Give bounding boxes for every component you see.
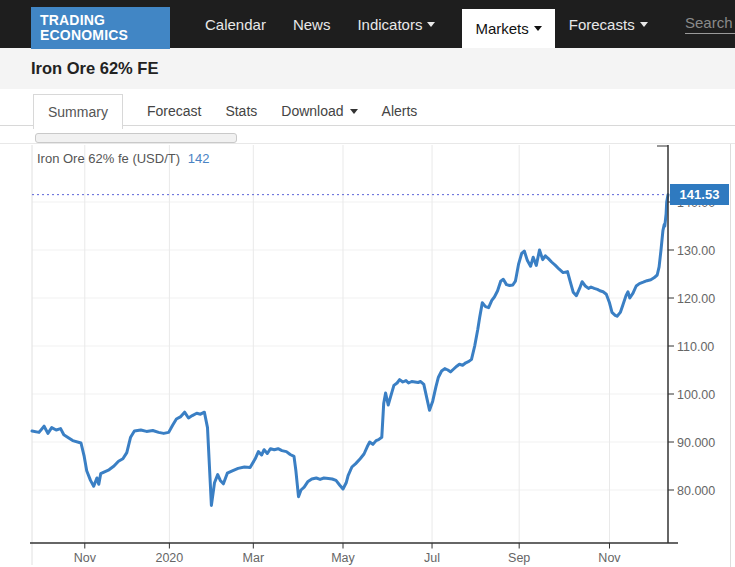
chart-legend-value: 142 — [188, 151, 210, 166]
y-tick-label: 90.000 — [677, 436, 715, 450]
nav-item-news[interactable]: News — [293, 0, 331, 48]
tab-label: Summary — [48, 104, 108, 120]
x-tick-label: 2020 — [155, 551, 183, 565]
logo-line-1: TRADING — [40, 13, 170, 28]
x-tick-label: Nov — [74, 551, 97, 565]
tab-alerts[interactable]: Alerts — [382, 89, 418, 129]
page-title: Iron Ore 62% FE — [31, 59, 158, 78]
tab-label: Forecast — [147, 103, 201, 119]
chevron-down-icon — [427, 22, 435, 27]
y-tick-label: 110.00 — [677, 340, 714, 354]
tab-label: Download — [281, 103, 343, 119]
tab-download[interactable]: Download — [281, 89, 357, 129]
x-tick-label: Jul — [424, 551, 440, 565]
x-tick-label: Mar — [243, 551, 265, 565]
chevron-down-icon — [534, 26, 542, 31]
chart-range-selector-clipped[interactable] — [35, 133, 237, 143]
y-tick-label: 130.00 — [677, 244, 715, 258]
nav-item-label: Calendar — [205, 16, 266, 33]
chevron-down-icon — [640, 22, 648, 27]
x-tick-label: May — [331, 551, 355, 565]
chart-legend: Iron Ore 62% fe (USD/T) 142 — [37, 151, 209, 166]
y-tick-label: 100.00 — [677, 388, 715, 402]
current-price-badge: 141.53 — [670, 184, 729, 205]
chart-canvas[interactable]: 80.00090.000100.00110.00120.00130.00140.… — [0, 144, 735, 567]
y-tick-label: 120.00 — [677, 292, 715, 306]
y-tick-label: 80.000 — [677, 484, 715, 498]
tab-bar: Summary Forecast Stats Download Alerts — [0, 89, 735, 129]
chart-legend-label: Iron Ore 62% fe (USD/T) — [37, 151, 180, 166]
price-chart: 80.00090.000100.00110.00120.00130.00140.… — [0, 143, 735, 567]
nav-item-calendar[interactable]: Calendar — [205, 0, 266, 48]
nav-item-markets[interactable]: Markets — [462, 9, 554, 48]
x-tick-label: Nov — [598, 551, 621, 565]
tab-stats[interactable]: Stats — [225, 89, 257, 129]
search-box — [685, 14, 735, 34]
nav-item-forecasts[interactable]: Forecasts — [569, 0, 648, 48]
x-tick-label: Sep — [508, 551, 530, 565]
trading-economics-logo[interactable]: TRADING ECONOMICS — [31, 7, 170, 49]
price-line-series — [32, 195, 668, 506]
tab-label: Alerts — [382, 103, 418, 119]
nav-item-label: News — [293, 16, 331, 33]
title-band: Iron Ore 62% FE — [0, 48, 735, 89]
tab-label: Stats — [225, 103, 257, 119]
tab-forecast[interactable]: Forecast — [147, 89, 201, 129]
nav-item-indicators[interactable]: Indicators — [357, 0, 435, 48]
top-nav-bar: TRADING ECONOMICS Calendar News Indicato… — [0, 0, 735, 48]
nav-item-label: Forecasts — [569, 16, 635, 33]
nav-item-label: Markets — [475, 20, 528, 37]
nav-menu: Calendar News Indicators Markets Forecas… — [205, 0, 675, 48]
nav-item-label: Indicators — [357, 16, 422, 33]
chevron-down-icon — [350, 109, 358, 114]
search-input[interactable] — [685, 14, 735, 34]
tab-summary[interactable]: Summary — [33, 94, 123, 129]
logo-line-2: ECONOMICS — [40, 28, 170, 43]
